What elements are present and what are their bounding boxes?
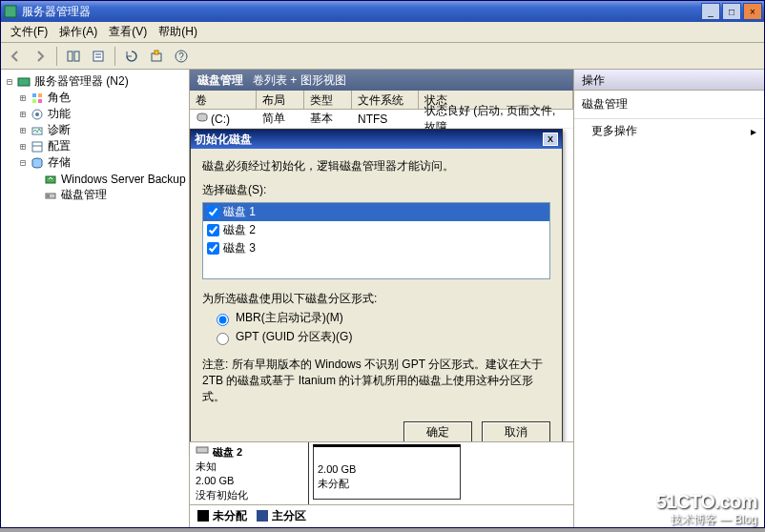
- seg-state: 未分配: [318, 477, 456, 491]
- cell-fs: NTFS: [358, 113, 424, 126]
- svg-rect-10: [18, 78, 30, 86]
- style-prompt: 为所选磁盘使用以下磁盘分区形式:: [202, 291, 550, 307]
- chevron-right-icon: ▸: [751, 125, 756, 138]
- svg-rect-7: [155, 51, 158, 54]
- actions-more[interactable]: 更多操作 ▸: [574, 119, 764, 143]
- menu-action[interactable]: 操作(A): [53, 22, 103, 42]
- volume-row[interactable]: (C:) 简单 基本 NTFS 状态良好 (启动, 页面文件, 故障: [190, 110, 573, 129]
- menu-help[interactable]: 帮助(H): [153, 22, 203, 42]
- svg-rect-3: [93, 51, 103, 61]
- dialog-note: 注意: 所有早期版本的 Windows 不识别 GPT 分区形式。建议在大于 2…: [202, 357, 550, 404]
- svg-rect-25: [196, 447, 208, 453]
- expand-icon[interactable]: ⊞: [16, 109, 30, 119]
- dialog-close-button[interactable]: X: [543, 133, 558, 146]
- tree-label: 角色: [48, 90, 71, 106]
- server-icon: [16, 74, 31, 90]
- back-button[interactable]: [5, 46, 26, 67]
- dialog-titlebar[interactable]: 初始化磁盘 X: [191, 130, 562, 149]
- radio-mbr[interactable]: MBR(主启动记录)(M): [212, 310, 550, 326]
- svg-point-16: [35, 113, 39, 116]
- radio-gpt[interactable]: GPT (GUID 分区表)(G): [212, 329, 550, 345]
- actions-more-label: 更多操作: [591, 123, 637, 139]
- col-fs[interactable]: 文件系统: [352, 91, 419, 109]
- disk-name: 磁盘 2: [213, 445, 242, 460]
- disk-checkbox-1[interactable]: [207, 206, 219, 218]
- tree-diagnostics[interactable]: ⊞ 诊断: [3, 122, 187, 138]
- close-button[interactable]: ×: [743, 3, 762, 20]
- mbr-label: MBR(主启动记录)(M): [236, 310, 343, 326]
- legend-primary: 主分区: [257, 508, 306, 524]
- toolbar-sep: [56, 47, 57, 66]
- disk-size: 2.00 GB: [196, 474, 302, 488]
- tree-config[interactable]: ⊞ 配置: [3, 138, 187, 154]
- tree-features[interactable]: ⊞ 功能: [3, 106, 187, 122]
- svg-rect-23: [47, 194, 50, 197]
- refresh-icon[interactable]: [121, 46, 142, 67]
- disk-icon: [196, 444, 209, 460]
- gpt-radio[interactable]: [217, 333, 229, 345]
- disk-row[interactable]: 磁盘 2 未知 2.00 GB 没有初始化 2.00 GB 未分配: [190, 442, 573, 505]
- svg-rect-11: [32, 93, 36, 97]
- main-window: 服务器管理器 _ □ × 文件(F) 操作(A) 查看(V) 帮助(H): [0, 0, 765, 528]
- volume-icon: [196, 112, 211, 126]
- svg-text:?: ?: [178, 51, 184, 62]
- diagnostics-icon: [30, 123, 45, 138]
- body: ⊟ 服务器管理器 (N2) ⊞ 角色 ⊞ 功能 ⊞ 诊断 ⊞: [1, 70, 764, 527]
- col-layout[interactable]: 布局: [257, 91, 304, 109]
- disk-segment[interactable]: 2.00 GB 未分配: [313, 444, 461, 500]
- tree-diskmgmt[interactable]: 磁盘管理: [3, 187, 187, 203]
- help-icon[interactable]: ?: [171, 46, 192, 67]
- dialog-msg: 磁盘必须经过初始化，逻辑磁盘管理器才能访问。: [202, 158, 550, 174]
- col-vol[interactable]: 卷: [190, 91, 257, 109]
- expand-icon[interactable]: ⊞: [16, 141, 30, 152]
- titlebar[interactable]: 服务器管理器 _ □ ×: [1, 1, 764, 22]
- nav-tree[interactable]: ⊟ 服务器管理器 (N2) ⊞ 角色 ⊞ 功能 ⊞ 诊断 ⊞: [1, 70, 190, 527]
- collapse-icon[interactable]: ⊟: [16, 157, 30, 168]
- expand-icon[interactable]: ⊞: [16, 125, 30, 135]
- legend: 未分配 主分区: [190, 505, 573, 526]
- actions-pane: 操作 磁盘管理 更多操作 ▸: [573, 70, 764, 527]
- center-subtitle: 卷列表 + 图形视图: [253, 72, 346, 89]
- maximize-button[interactable]: □: [722, 3, 741, 20]
- disk-item-1[interactable]: 磁盘 1: [203, 203, 549, 221]
- actions-section: 磁盘管理: [574, 91, 764, 119]
- menu-file[interactable]: 文件(F): [5, 22, 53, 42]
- forward-button[interactable]: [30, 46, 51, 67]
- svg-rect-13: [32, 99, 36, 103]
- export-icon[interactable]: [146, 46, 167, 67]
- cell-layout: 简单: [262, 111, 310, 127]
- tree-storage[interactable]: ⊟ 存储: [3, 154, 187, 171]
- diskmgmt-icon: [43, 188, 58, 203]
- tree-root[interactable]: ⊟ 服务器管理器 (N2): [3, 73, 187, 90]
- svg-rect-14: [38, 99, 42, 103]
- col-type[interactable]: 类型: [304, 91, 352, 109]
- center-pane: 磁盘管理 卷列表 + 图形视图 卷 布局 类型 文件系统 状态 (C:) 简单 …: [190, 70, 573, 527]
- mbr-radio[interactable]: [217, 314, 229, 326]
- cell-type: 基本: [310, 111, 358, 127]
- show-hide-icon[interactable]: [63, 46, 84, 67]
- menu-view[interactable]: 查看(V): [103, 22, 153, 42]
- svg-rect-0: [5, 6, 16, 17]
- disk-item-3[interactable]: 磁盘 3: [203, 239, 549, 257]
- disk-list[interactable]: 磁盘 1 磁盘 2 磁盘 3: [202, 202, 550, 279]
- minimize-button[interactable]: _: [701, 3, 720, 20]
- ok-button[interactable]: 确定: [403, 421, 472, 442]
- disk-checkbox-3[interactable]: [207, 242, 219, 255]
- tree-wsb[interactable]: Windows Server Backup: [3, 171, 187, 187]
- tree-roles[interactable]: ⊞ 角色: [3, 90, 187, 106]
- config-icon: [30, 139, 45, 154]
- app-icon: [3, 4, 18, 19]
- select-label: 选择磁盘(S):: [202, 182, 550, 198]
- disk-checkbox-2[interactable]: [207, 224, 219, 236]
- tree-label: 功能: [48, 106, 71, 122]
- properties-icon[interactable]: [88, 46, 109, 67]
- disk-info: 磁盘 2 未知 2.00 GB 没有初始化: [190, 442, 309, 504]
- svg-rect-12: [38, 93, 42, 97]
- expand-icon[interactable]: ⊞: [16, 92, 30, 103]
- tree-label: 存储: [48, 154, 71, 171]
- tree-label: 磁盘管理: [61, 187, 107, 203]
- cancel-button[interactable]: 取消: [482, 421, 550, 442]
- expand-icon[interactable]: ⊟: [3, 76, 16, 87]
- disk-item-2[interactable]: 磁盘 2: [203, 221, 549, 239]
- disk-init: 没有初始化: [196, 488, 302, 502]
